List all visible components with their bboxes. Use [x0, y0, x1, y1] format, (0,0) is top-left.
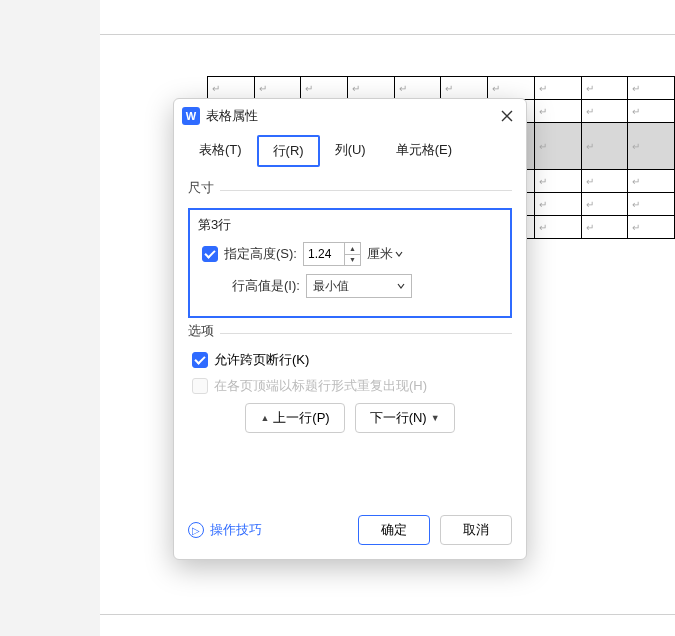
- options-block: 允许跨页断行(K) 在各页顶端以标题行形式重复出现(H): [188, 351, 512, 395]
- spec-height-label: 指定高度(S):: [224, 245, 297, 263]
- tips-label: 操作技巧: [210, 521, 262, 539]
- spinner-up-icon[interactable]: ▲: [345, 243, 360, 255]
- height-is-label: 行高值是(I):: [232, 277, 300, 295]
- spec-height-checkbox[interactable]: [202, 246, 218, 262]
- unit-label: 厘米: [367, 245, 393, 263]
- row-nav: ▲ 上一行(P) 下一行(N) ▼: [188, 403, 512, 433]
- chevron-down-icon: [397, 282, 405, 290]
- triangle-up-icon: ▲: [260, 413, 269, 423]
- tab-table[interactable]: 表格(T): [184, 135, 257, 167]
- tips-link[interactable]: ▷ 操作技巧: [188, 521, 262, 539]
- divider: [220, 190, 512, 191]
- size-group-label: 尺寸: [188, 177, 512, 201]
- spinner-down-icon[interactable]: ▼: [345, 255, 360, 266]
- unit-combo[interactable]: 厘米: [367, 245, 403, 263]
- next-row-button[interactable]: 下一行(N) ▼: [355, 403, 455, 433]
- height-is-row: 行高值是(I): 最小值: [198, 274, 502, 298]
- height-is-select[interactable]: 最小值: [306, 274, 412, 298]
- dialog-title: 表格属性: [206, 107, 490, 125]
- dialog-titlebar: W 表格属性: [174, 99, 526, 131]
- repeat-header-label: 在各页顶端以标题行形式重复出现(H): [214, 377, 427, 395]
- tab-cell[interactable]: 单元格(E): [381, 135, 467, 167]
- tab-row[interactable]: 行(R): [257, 135, 320, 167]
- divider: [220, 333, 512, 334]
- height-spinner[interactable]: ▲ ▼: [303, 242, 361, 266]
- triangle-down-icon: ▼: [431, 413, 440, 423]
- height-input[interactable]: [304, 243, 344, 265]
- play-circle-icon: ▷: [188, 522, 204, 538]
- table-properties-dialog: W 表格属性 表格(T) 行(R) 列(U) 单元格(E) 尺寸 第3行 指定高…: [173, 98, 527, 560]
- chevron-down-icon: [395, 250, 403, 258]
- app-icon: W: [182, 107, 200, 125]
- spec-height-row: 指定高度(S): ▲ ▼ 厘米: [198, 242, 502, 266]
- options-group-label: 选项: [188, 320, 512, 344]
- repeat-header-checkbox: [192, 378, 208, 394]
- next-row-label: 下一行(N): [370, 409, 427, 427]
- page-rule: [100, 34, 675, 35]
- height-is-value: 最小值: [313, 278, 349, 295]
- allow-break-label: 允许跨页断行(K): [214, 351, 309, 369]
- prev-row-label: 上一行(P): [273, 409, 329, 427]
- dialog-tabs: 表格(T) 行(R) 列(U) 单元格(E): [174, 131, 526, 167]
- ok-button[interactable]: 确定: [358, 515, 430, 545]
- allow-break-row: 允许跨页断行(K): [192, 351, 512, 369]
- page-rule: [100, 614, 675, 615]
- repeat-header-row: 在各页顶端以标题行形式重复出现(H): [192, 377, 512, 395]
- close-button[interactable]: [496, 105, 518, 127]
- table-row: ↵↵↵↵ ↵↵↵↵ ↵↵: [208, 77, 675, 100]
- dialog-body: 尺寸 第3行 指定高度(S): ▲ ▼ 厘米: [174, 167, 526, 505]
- prev-row-button[interactable]: ▲ 上一行(P): [245, 403, 344, 433]
- tab-column[interactable]: 列(U): [320, 135, 381, 167]
- current-row-label: 第3行: [198, 216, 502, 234]
- row-settings-highlight: 第3行 指定高度(S): ▲ ▼ 厘米 行高值是(I):: [188, 208, 512, 318]
- dialog-footer: ▷ 操作技巧 确定 取消: [174, 505, 526, 559]
- cancel-button[interactable]: 取消: [440, 515, 512, 545]
- close-icon: [501, 110, 513, 122]
- allow-break-checkbox[interactable]: [192, 352, 208, 368]
